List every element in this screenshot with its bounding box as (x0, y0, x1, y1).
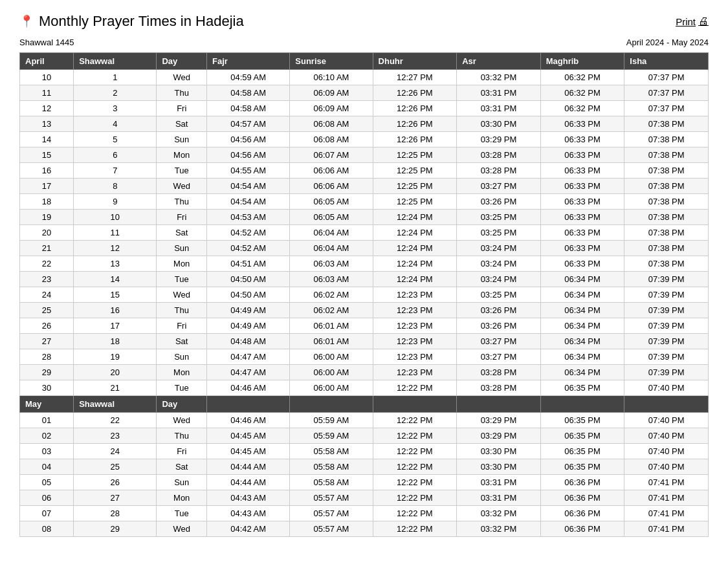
table-cell: Thu (157, 85, 207, 101)
may-table-body: 0122Wed04:46 AM05:59 AM12:22 PM03:29 PM0… (20, 413, 709, 537)
table-cell: 07 (20, 506, 74, 521)
table-cell: 10 (74, 210, 157, 225)
col-may: May (20, 396, 74, 413)
may-header-row: May Shawwal Day (20, 396, 709, 413)
table-cell: 03:25 PM (457, 287, 541, 303)
table-row: 156Mon04:56 AM06:07 AM12:25 PM03:28 PM06… (20, 147, 709, 163)
table-cell: 06:36 PM (540, 521, 624, 537)
table-cell: 06:35 PM (540, 459, 624, 475)
table-cell: 04:54 AM (207, 179, 290, 194)
table-cell: 04:46 AM (207, 380, 290, 396)
table-cell: Sat (157, 116, 207, 132)
table-cell: 07:41 PM (624, 506, 709, 521)
table-cell: 07:38 PM (624, 225, 709, 241)
table-cell: Mon (157, 365, 207, 380)
print-label: Print (676, 16, 696, 27)
table-row: 0425Sat04:44 AM05:58 AM12:22 PM03:30 PM0… (20, 459, 709, 475)
table-row: 3021Tue04:46 AM06:00 AM12:22 PM03:28 PM0… (20, 380, 709, 396)
table-cell: 07:39 PM (624, 349, 709, 365)
table-cell: 06:00 AM (290, 365, 373, 380)
table-cell: 04:56 AM (207, 132, 290, 147)
table-cell: 04:58 AM (207, 101, 290, 116)
table-cell: 07:38 PM (624, 210, 709, 225)
table-cell: 06:00 AM (290, 380, 373, 396)
table-cell: 03:29 PM (457, 132, 541, 147)
col-isha-may (624, 396, 709, 413)
table-cell: 19 (74, 349, 157, 365)
table-cell: 04:48 AM (207, 334, 290, 349)
table-cell: 06:35 PM (540, 428, 624, 444)
table-row: 0324Fri04:45 AM05:58 AM12:22 PM03:30 PM0… (20, 444, 709, 459)
table-cell: 06:09 AM (290, 85, 373, 101)
table-cell: 03:26 PM (457, 303, 541, 318)
printer-icon: 🖨 (698, 16, 709, 27)
table-row: 2617Fri04:49 AM06:01 AM12:23 PM03:26 PM0… (20, 318, 709, 334)
table-cell: 23 (74, 428, 157, 444)
table-cell: 12:22 PM (373, 413, 457, 428)
table-cell: 30 (20, 380, 74, 396)
table-cell: Thu (157, 194, 207, 210)
table-cell: 07:38 PM (624, 147, 709, 163)
col-shawwal: Shawwal (74, 53, 157, 70)
table-cell: 14 (20, 132, 74, 147)
table-cell: 12:22 PM (373, 459, 457, 475)
table-cell: 20 (74, 365, 157, 380)
table-cell: 05:58 AM (290, 475, 373, 490)
table-cell: 12 (20, 101, 74, 116)
table-cell: 06:33 PM (540, 147, 624, 163)
table-cell: 07:39 PM (624, 318, 709, 334)
print-button[interactable]: Print 🖨 (676, 16, 709, 27)
table-row: 134Sat04:57 AM06:08 AM12:26 PM03:30 PM06… (20, 116, 709, 132)
table-cell: 3 (74, 101, 157, 116)
table-cell: 12:23 PM (373, 303, 457, 318)
table-cell: 06:03 AM (290, 256, 373, 272)
col-april: April (20, 53, 74, 70)
table-cell: 4 (74, 116, 157, 132)
subheader: Shawwal 1445 April 2024 - May 2024 (19, 38, 709, 47)
table-cell: 05:59 AM (290, 413, 373, 428)
table-cell: Wed (157, 70, 207, 85)
col-day-may: Day (157, 396, 207, 413)
table-cell: 06:34 PM (540, 303, 624, 318)
table-row: 0627Mon04:43 AM05:57 AM12:22 PM03:31 PM0… (20, 490, 709, 506)
table-cell: Fri (157, 101, 207, 116)
table-cell: Thu (157, 303, 207, 318)
table-cell: Tue (157, 380, 207, 396)
table-row: 2819Sun04:47 AM06:00 AM12:23 PM03:27 PM0… (20, 349, 709, 365)
table-cell: Tue (157, 163, 207, 179)
table-cell: Sat (157, 334, 207, 349)
table-cell: 5 (74, 132, 157, 147)
col-isha: Isha (624, 53, 709, 70)
table-cell: 12:23 PM (373, 349, 457, 365)
table-cell: 06:34 PM (540, 272, 624, 287)
table-cell: 06:03 AM (290, 272, 373, 287)
table-cell: 06:32 PM (540, 70, 624, 85)
table-cell: 06:10 AM (290, 70, 373, 85)
table-cell: 03:27 PM (457, 334, 541, 349)
table-cell: Thu (157, 428, 207, 444)
table-row: 167Tue04:55 AM06:06 AM12:25 PM03:28 PM06… (20, 163, 709, 179)
table-cell: 03:24 PM (457, 256, 541, 272)
table-cell: 04:51 AM (207, 256, 290, 272)
table-cell: Fri (157, 444, 207, 459)
table-cell: 06:32 PM (540, 101, 624, 116)
table-cell: 07:38 PM (624, 163, 709, 179)
table-cell: 03:31 PM (457, 101, 541, 116)
table-cell: 13 (20, 116, 74, 132)
table-row: 123Fri04:58 AM06:09 AM12:26 PM03:31 PM06… (20, 101, 709, 116)
col-maghrib: Maghrib (540, 53, 624, 70)
table-cell: 24 (20, 287, 74, 303)
table-cell: Tue (157, 272, 207, 287)
table-cell: 12:22 PM (373, 490, 457, 506)
table-cell: Mon (157, 256, 207, 272)
table-cell: 04:47 AM (207, 349, 290, 365)
table-cell: 14 (74, 272, 157, 287)
table-cell: 02 (20, 428, 74, 444)
table-cell: 03:28 PM (457, 380, 541, 396)
table-cell: 06:09 AM (290, 101, 373, 116)
table-row: 101Wed04:59 AM06:10 AM12:27 PM03:32 PM06… (20, 70, 709, 85)
table-cell: Sat (157, 459, 207, 475)
table-cell: 05:58 AM (290, 459, 373, 475)
table-cell: 07:38 PM (624, 194, 709, 210)
table-cell: 06 (20, 490, 74, 506)
